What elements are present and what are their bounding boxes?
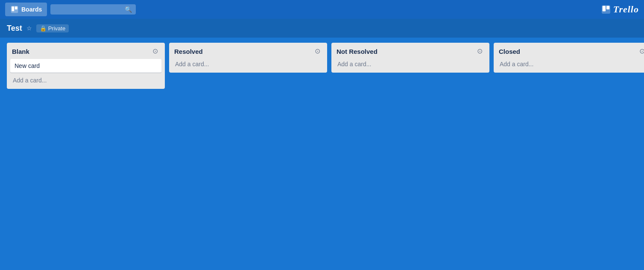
list-menu-button-not-resolved[interactable]: ⊙ — [475, 47, 484, 56]
brand-trello-icon — [601, 5, 611, 14]
add-card-button-blank[interactable]: Add a card... — [10, 75, 161, 85]
svg-rect-2 — [15, 6, 18, 9]
navbar-brand: Trello — [601, 4, 639, 15]
boards-label: Boards — [21, 6, 42, 13]
privacy-label: Private — [48, 25, 65, 32]
board-header: Test ☆ 🔒 Private — [0, 19, 644, 38]
trello-icon — [10, 5, 19, 14]
search-bar[interactable]: 🔍 — [50, 4, 136, 15]
list-header-resolved: Resolved⊙ — [173, 46, 324, 56]
list-menu-button-resolved[interactable]: ⊙ — [313, 47, 322, 56]
list-header-closed: Closed⊙ — [497, 46, 644, 56]
list-blank: Blank⊙New cardAdd a card... — [7, 43, 165, 89]
star-icon[interactable]: ☆ — [26, 25, 32, 32]
list-menu-button-closed[interactable]: ⊙ — [638, 47, 644, 56]
navbar: Boards 🔍 Trello — [0, 0, 644, 19]
list-title-blank: Blank — [12, 48, 29, 55]
add-card-button-not-resolved[interactable]: Add a card... — [335, 59, 486, 69]
list-header-not-resolved: Not Resolved⊙ — [335, 46, 486, 56]
list-header-blank: Blank⊙ — [10, 46, 161, 56]
card-blank-0[interactable]: New card — [10, 59, 161, 73]
board-title: Test — [7, 24, 22, 33]
list-resolved: Resolved⊙Add a card... — [169, 43, 327, 73]
brand-name: Trello — [613, 4, 639, 15]
svg-rect-1 — [12, 6, 14, 11]
list-title-resolved: Resolved — [174, 48, 203, 55]
list-title-not-resolved: Not Resolved — [337, 48, 378, 55]
navbar-left: Boards 🔍 — [5, 3, 136, 16]
list-not-resolved: Not Resolved⊙Add a card... — [331, 43, 489, 73]
board-content: Blank⊙New cardAdd a card...Resolved⊙Add … — [0, 38, 644, 94]
add-card-button-closed[interactable]: Add a card... — [497, 59, 644, 69]
search-input[interactable] — [54, 6, 122, 13]
search-icon: 🔍 — [125, 6, 132, 13]
privacy-badge[interactable]: 🔒 Private — [36, 24, 69, 32]
add-card-button-resolved[interactable]: Add a card... — [173, 59, 324, 69]
list-menu-button-blank[interactable]: ⊙ — [151, 47, 160, 56]
lock-icon: 🔒 — [40, 25, 47, 32]
svg-rect-4 — [603, 6, 606, 12]
svg-rect-5 — [606, 6, 609, 9]
list-title-closed: Closed — [499, 48, 520, 55]
boards-button[interactable]: Boards — [5, 3, 47, 16]
list-closed: Closed⊙Add a card... — [494, 43, 644, 73]
